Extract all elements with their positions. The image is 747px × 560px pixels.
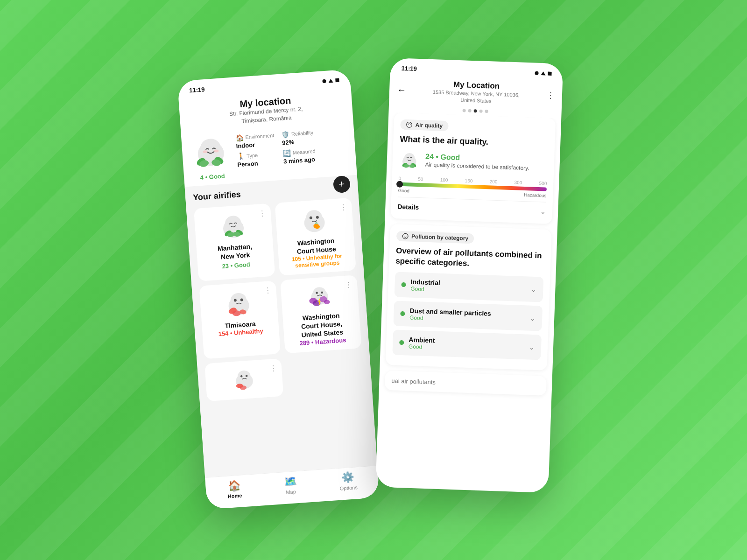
main-reading: 4 • Good <box>200 172 225 181</box>
card-washington1[interactable]: ⋮ WashingtonCourt House 105 • <box>275 197 356 275</box>
card-menu-5[interactable]: ⋮ <box>269 363 277 372</box>
time-left: 11:19 <box>189 86 205 94</box>
nav-map[interactable]: 🗺️ Map <box>283 475 297 495</box>
nav-home[interactable]: 🏠 Home <box>226 479 242 499</box>
scale-hazardous: Hazardous <box>524 192 547 198</box>
status-icons-left <box>322 78 339 83</box>
char-washington2 <box>305 283 335 311</box>
industrial-status: Good <box>410 286 440 293</box>
individual-pollutants-card: ual air pollutants <box>385 371 547 396</box>
pollution-badge-icon <box>402 233 409 239</box>
home-icon: 🏠 <box>227 479 241 492</box>
svg-point-46 <box>402 233 408 239</box>
pollution-title: Overview of air pollutants combined in s… <box>395 245 544 271</box>
info-measured: 🔄 Measured 3 mins ago <box>282 147 322 165</box>
triangle-icon <box>328 78 333 83</box>
aq-character <box>399 149 420 171</box>
ambient-name: Ambient <box>409 336 435 344</box>
air-quality-card: Air quality What is the air quality. <box>391 112 556 224</box>
circle-icon <box>322 79 326 83</box>
pollution-badge: Pollution by category <box>396 231 474 244</box>
triangle-icon-r <box>541 71 545 75</box>
dust-col: Dust and smaller particles Good <box>409 307 491 324</box>
details-label: Details <box>397 203 419 211</box>
ambient-dot <box>399 340 404 345</box>
ambient-col: Ambient Good <box>409 336 435 351</box>
char-partial <box>230 366 258 394</box>
card-menu-2[interactable]: ⋮ <box>339 203 347 212</box>
partial-cards-row: ⋮ <box>204 352 365 401</box>
main-character: 4 • Good <box>189 133 234 182</box>
map-label: Map <box>286 489 296 495</box>
card-reading-1: 23 • Good <box>222 261 250 270</box>
card-menu-3[interactable]: ⋮ <box>264 286 272 295</box>
aqi-needle <box>396 181 403 187</box>
dot-3-active <box>473 109 477 112</box>
phones-container: 11:19 My location Str. Florimund de Merc… <box>191 65 556 495</box>
dot-2 <box>468 109 471 112</box>
circle-icon-r <box>535 71 538 75</box>
air-quality-badge-icon <box>406 121 412 128</box>
right-scroll-content[interactable]: Air quality What is the air quality. <box>376 112 562 490</box>
nav-options[interactable]: ⚙️ Options <box>338 471 358 491</box>
industrial-dot <box>401 282 406 287</box>
details-row[interactable]: Details ⌄ <box>397 196 546 217</box>
home-label: Home <box>227 492 242 499</box>
airifies-title: Your airifies <box>193 189 241 203</box>
right-phone: 11:19 ← My Location 1535 Broadway, New Y… <box>375 58 563 493</box>
status-icons-right <box>535 71 551 75</box>
card-partial[interactable]: ⋮ <box>204 358 283 401</box>
pollution-badge-text: Pollution by category <box>411 233 468 241</box>
square-icon <box>335 78 339 82</box>
map-icon: 🗺️ <box>283 475 297 488</box>
right-phone-content: ← My Location 1535 Broadway, New York, N… <box>376 75 563 490</box>
individual-label: ual air pollutants <box>391 372 436 390</box>
air-quality-badge-text: Air quality <box>415 122 443 129</box>
scale-good: Good <box>398 188 409 193</box>
details-chevron: ⌄ <box>540 208 546 215</box>
card-name-1: Manhattan,New York <box>217 242 253 261</box>
ambient-status: Good <box>409 343 435 351</box>
category-dust-left: Dust and smaller particles Good <box>400 307 491 324</box>
category-industrial-left: Industrial Good <box>401 278 440 293</box>
pollution-card: Pollution by category Overview of air po… <box>386 224 552 371</box>
right-location-header: My Location 1535 Broadway, New York, NY … <box>406 78 547 107</box>
left-phone: 11:19 My location Str. Florimund de Merc… <box>177 69 380 510</box>
airifies-grid: ⋮ Manhattan,New York <box>194 197 362 359</box>
aq-value-info: 24 • Good Air quality is considered to b… <box>425 153 529 173</box>
options-icon: ⚙️ <box>341 471 355 484</box>
card-name-4: WashingtonCourt House,United States <box>300 311 343 340</box>
category-ambient[interactable]: Ambient Good ⌄ <box>392 329 542 360</box>
options-label: Options <box>339 484 358 491</box>
char-washington1 <box>299 206 329 236</box>
card-timisoara[interactable]: ⋮ Timisoara 154 <box>199 280 281 359</box>
card-menu-4[interactable]: ⋮ <box>345 280 352 289</box>
air-quality-title: What is the air quality. <box>400 134 549 149</box>
card-menu-1[interactable]: ⋮ <box>258 208 266 217</box>
right-menu-dots[interactable]: ⋮ <box>546 90 555 101</box>
card-manhattan[interactable]: ⋮ Manhattan,New York <box>194 203 275 281</box>
aq-reading-row: 24 • Good Air quality is considered to b… <box>399 149 548 175</box>
air-quality-badge: Air quality <box>400 119 448 131</box>
category-ambient-left: Ambient Good <box>399 336 435 351</box>
left-phone-content: My location Str. Florimund de Mercy nr. … <box>178 86 379 506</box>
aqi-scale: 0 50 100 150 200 300 500 Good <box>398 175 547 198</box>
info-environment: 🏠 Environment Indoor <box>235 131 275 150</box>
card-name-2: WashingtonCourt House <box>296 236 336 256</box>
char-timisoara <box>224 289 254 319</box>
char-manhattan <box>218 211 248 241</box>
info-grid: 🏠 Environment Indoor 🛡️ Reliability 92% <box>235 126 323 168</box>
back-arrow[interactable]: ← <box>397 84 407 96</box>
industrial-chevron: ⌄ <box>531 286 537 293</box>
dust-chevron: ⌄ <box>530 315 536 322</box>
card-washington2[interactable]: ⋮ <box>280 275 362 353</box>
info-type: 🚶 Type Person <box>237 150 276 168</box>
dot-4 <box>479 109 482 112</box>
dust-dot <box>400 311 405 316</box>
category-dust[interactable]: Dust and smaller particles Good ⌄ <box>393 301 543 331</box>
airifies-section: + Your airifies ⋮ ⋮ <box>185 175 378 477</box>
time-right: 11:19 <box>401 65 417 72</box>
category-industrial[interactable]: Industrial Good ⌄ <box>395 272 544 302</box>
info-reliability: 🛡️ Reliability 92% <box>281 128 321 147</box>
main-character-svg <box>191 133 231 172</box>
